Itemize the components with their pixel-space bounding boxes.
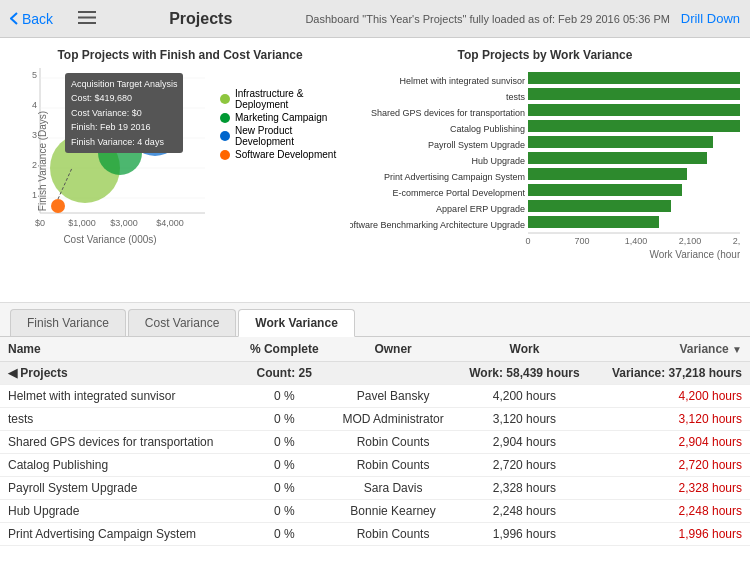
svg-text:700: 700 [574, 236, 589, 246]
back-label: Back [22, 11, 53, 27]
table-header: Name % Complete Owner Work Variance ▼ [0, 337, 750, 362]
col-owner: Owner [330, 337, 456, 362]
row-variance: 2,904 hours [593, 431, 750, 454]
svg-rect-35 [528, 152, 707, 164]
row-pct: 0 % [239, 477, 330, 500]
tooltip-cost: Cost: $419,680 [71, 91, 177, 105]
svg-rect-29 [528, 104, 740, 116]
col-variance[interactable]: Variance ▼ [593, 337, 750, 362]
svg-text:Apparel ERP Upgrade: Apparel ERP Upgrade [436, 204, 525, 214]
svg-rect-37 [528, 168, 687, 180]
svg-rect-25 [528, 72, 740, 84]
row-variance: 3,120 hours [593, 408, 750, 431]
table-area: Finish Variance Cost Variance Work Varia… [0, 303, 750, 563]
page-title: Projects [96, 10, 305, 28]
row-pct: 0 % [239, 546, 330, 548]
bubble-chart-title: Top Projects with Finish and Cost Varian… [10, 48, 350, 62]
svg-text:Work Variance (hours): Work Variance (hours) [649, 249, 740, 260]
tooltip-cost-variance: Cost Variance: $0 [71, 106, 177, 120]
row-owner: MOD Administrator [330, 408, 456, 431]
table-row: Print Advertising Campaign System 0 % Ro… [0, 523, 750, 546]
table-row: Payroll System Upgrade 0 % Sara Davis 2,… [0, 477, 750, 500]
col-work: Work [456, 337, 592, 362]
svg-rect-39 [528, 184, 682, 196]
legend-item-0: Infrastructure & Deployment [235, 88, 350, 110]
bubble-chart-panel: Top Projects with Finish and Cost Varian… [10, 48, 350, 292]
table-row: Shared GPS devices for transportation 0 … [0, 431, 750, 454]
drilldown-button[interactable]: Drill Down [670, 11, 740, 26]
bar-chart-svg: Helmet with integrated sunvisor tests Sh… [350, 68, 740, 293]
row-pct: 0 % [239, 408, 330, 431]
svg-text:Payroll System Upgrade: Payroll System Upgrade [428, 140, 525, 150]
svg-text:$0: $0 [35, 218, 45, 228]
svg-text:4: 4 [32, 100, 37, 110]
svg-rect-43 [528, 216, 659, 228]
row-pct: 0 % [239, 523, 330, 546]
svg-text:Software Benchmarking Architec: Software Benchmarking Architecture Upgra… [350, 220, 525, 230]
table-body: ◀ Projects Count: 25 Work: 58,439 hours … [0, 362, 750, 548]
group-variance: Variance: 37,218 hours [593, 362, 750, 385]
back-button[interactable]: Back [10, 11, 70, 27]
legend-item-3: Software Development [235, 149, 336, 160]
svg-text:5: 5 [32, 70, 37, 80]
svg-text:2,800: 2,800 [733, 236, 740, 246]
table-row: Helmet with integrated sunvisor 0 % Pave… [0, 385, 750, 408]
table-row: E-commerce Portal Development 0 % Rob Yo… [0, 546, 750, 548]
col-name: Name [0, 337, 239, 362]
charts-area: Top Projects with Finish and Cost Varian… [0, 38, 750, 303]
row-variance: 2,248 hours [593, 500, 750, 523]
y-axis-label: Finish Variance (Days) [37, 110, 48, 210]
row-variance: 1,996 hours [593, 523, 750, 546]
table-row: tests 0 % MOD Administrator 3,120 hours … [0, 408, 750, 431]
data-table: Name % Complete Owner Work Variance ▼ ◀ … [0, 337, 750, 547]
row-name: tests [0, 408, 239, 431]
svg-text:$3,000: $3,000 [110, 218, 138, 228]
tab-bar: Finish Variance Cost Variance Work Varia… [0, 303, 750, 337]
row-work: 2,248 hours [456, 500, 592, 523]
bubble-tooltip: Acquisition Target Analysis Cost: $419,6… [65, 73, 183, 153]
table-row: Catalog Publishing 0 % Robin Counts 2,72… [0, 454, 750, 477]
svg-point-22 [51, 199, 65, 213]
bar-chart-title: Top Projects by Work Variance [350, 48, 740, 62]
row-name: Payroll System Upgrade [0, 477, 239, 500]
row-name: Print Advertising Campaign System [0, 523, 239, 546]
row-owner: Sara Davis [330, 477, 456, 500]
table-row: Hub Upgrade 0 % Bonnie Kearney 2,248 hou… [0, 500, 750, 523]
svg-rect-2 [78, 22, 96, 24]
header: Back Projects Dashboard "This Year's Pro… [0, 0, 750, 38]
menu-icon[interactable] [78, 11, 96, 27]
row-work: 1,996 hours [456, 523, 592, 546]
row-pct: 0 % [239, 431, 330, 454]
svg-text:Catalog Publishing: Catalog Publishing [450, 124, 525, 134]
row-owner: Robin Counts [330, 523, 456, 546]
tab-work-variance[interactable]: Work Variance [238, 309, 355, 337]
svg-text:E-commerce Portal Development: E-commerce Portal Development [392, 188, 525, 198]
row-variance: 2,328 hours [593, 477, 750, 500]
svg-text:$4,000: $4,000 [156, 218, 184, 228]
tab-finish-variance[interactable]: Finish Variance [10, 309, 126, 336]
row-owner: Robin Counts [330, 454, 456, 477]
row-name: Helmet with integrated sunvisor [0, 385, 239, 408]
row-name: Hub Upgrade [0, 500, 239, 523]
row-owner: Robin Counts [330, 431, 456, 454]
chart-legend: Infrastructure & Deployment Marketing Ca… [220, 88, 350, 253]
tooltip-finish-variance: Finish Variance: 4 days [71, 135, 177, 149]
row-pct: 0 % [239, 385, 330, 408]
svg-rect-33 [528, 136, 713, 148]
row-name: Shared GPS devices for transportation [0, 431, 239, 454]
tooltip-name: Acquisition Target Analysis [71, 77, 177, 91]
row-work: 1,941 hours [456, 546, 592, 548]
row-name: E-commerce Portal Development [0, 546, 239, 548]
row-pct: 0 % [239, 500, 330, 523]
header-status: Dashboard "This Year's Projects" fully l… [305, 13, 670, 25]
tooltip-finish: Finish: Feb 19 2016 [71, 120, 177, 134]
tab-cost-variance[interactable]: Cost Variance [128, 309, 236, 336]
group-name: ◀ Projects [0, 362, 239, 385]
svg-text:Shared GPS devices for transpo: Shared GPS devices for transportation [371, 108, 525, 118]
row-variance: 2,720 hours [593, 454, 750, 477]
group-row: ◀ Projects Count: 25 Work: 58,439 hours … [0, 362, 750, 385]
col-pct-complete: % Complete [239, 337, 330, 362]
row-owner: Pavel Bansky [330, 385, 456, 408]
table-scroll[interactable]: Name % Complete Owner Work Variance ▼ ◀ … [0, 337, 750, 547]
row-pct: 0 % [239, 454, 330, 477]
